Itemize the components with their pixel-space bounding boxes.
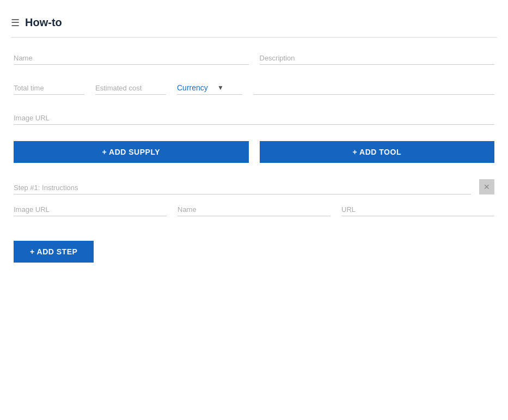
step-name-input[interactable] <box>178 203 330 216</box>
form-section: Currency USD EUR GBP JPY ▼ + AD <box>11 51 497 263</box>
list-icon: ☰ <box>11 17 20 29</box>
image-url-input[interactable] <box>14 111 494 125</box>
step-instructions-input[interactable] <box>14 181 471 194</box>
step-image-url-input[interactable] <box>14 203 167 216</box>
currency-field: Currency USD EUR GBP JPY ▼ <box>177 83 242 95</box>
estimated-cost-field <box>95 81 166 95</box>
currency-line-field <box>253 81 494 95</box>
currency-extra-input[interactable] <box>253 81 494 95</box>
name-field <box>14 51 249 65</box>
step-sub-row <box>14 203 494 216</box>
image-url-field <box>14 111 494 125</box>
step-header: ✕ <box>14 179 494 194</box>
steps-section: ✕ + ADD STEP <box>14 179 494 263</box>
description-field <box>260 51 495 65</box>
step-item: ✕ <box>14 179 494 216</box>
time-cost-row: Currency USD EUR GBP JPY ▼ <box>14 81 494 95</box>
estimated-cost-input[interactable] <box>95 81 166 95</box>
step-name-field <box>178 203 330 216</box>
supply-tool-buttons-row: + ADD SUPPLY + ADD TOOL <box>14 141 494 163</box>
step-url-input[interactable] <box>341 203 494 216</box>
name-input[interactable] <box>14 51 249 65</box>
step-image-url-field <box>14 203 167 216</box>
step-instructions-wrapper <box>14 181 471 194</box>
step-url-field <box>341 203 494 216</box>
currency-select[interactable]: Currency USD EUR GBP JPY <box>177 83 226 92</box>
page-container: ☰ How-to Currency <box>0 0 508 420</box>
add-step-button[interactable]: + ADD STEP <box>14 241 94 263</box>
page-header: ☰ How-to <box>11 11 497 37</box>
total-time-input[interactable] <box>14 81 84 95</box>
description-input[interactable] <box>260 51 495 65</box>
add-tool-button[interactable]: + ADD TOOL <box>260 141 495 163</box>
currency-select-wrapper: Currency USD EUR GBP JPY ▼ <box>177 83 242 95</box>
image-url-row <box>14 111 494 125</box>
page-title: How-to <box>25 16 62 29</box>
add-supply-button[interactable]: + ADD SUPPLY <box>14 141 249 163</box>
name-description-row <box>14 51 494 65</box>
header-divider <box>11 37 497 38</box>
total-time-field <box>14 81 84 95</box>
step-remove-button[interactable]: ✕ <box>479 179 494 194</box>
